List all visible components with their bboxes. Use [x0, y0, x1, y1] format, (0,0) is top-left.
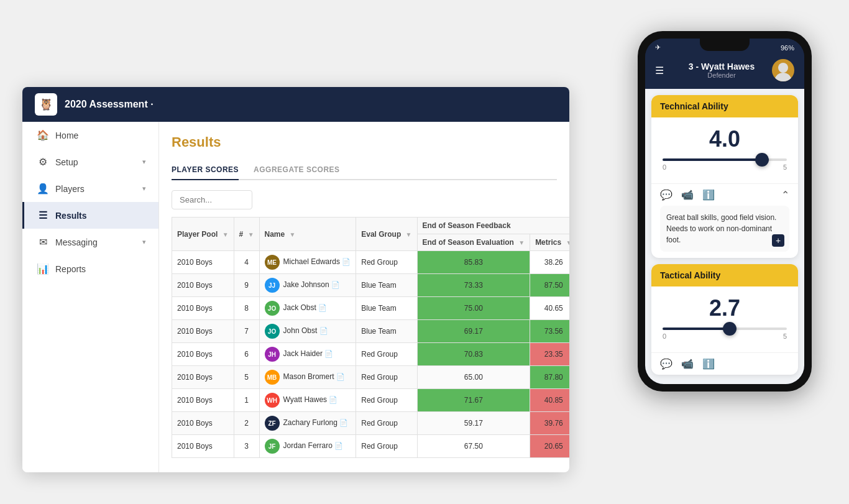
- skill-card-tactical: Tactical Ability 2.7 0 5: [651, 264, 798, 375]
- skill-score: 2.7: [660, 295, 789, 321]
- slider-technical[interactable]: 0 5: [663, 158, 787, 171]
- filter-icon[interactable]: ▼: [290, 231, 296, 238]
- table-row: 2010 Boys1WHWyatt Hawes 📄Red Group71.674…: [172, 389, 570, 412]
- app-header: 🦉 2020 Assessment ·: [22, 87, 569, 122]
- app-body: 🏠 Home ⚙ Setup ▾ 👤 Players ▾ ☰ Results ✉…: [22, 122, 569, 472]
- sidebar-item-label: Home: [55, 131, 78, 140]
- player-info: 3 - Wyatt Hawes Defender: [671, 62, 772, 79]
- cell-metrics: 40.65: [530, 297, 569, 320]
- cell-name: JFJordan Ferraro 📄: [259, 435, 356, 458]
- comment-icon[interactable]: 💬: [660, 189, 672, 201]
- sidebar-item-players[interactable]: 👤 Players ▾: [22, 175, 158, 202]
- document-icon[interactable]: 📄: [329, 396, 337, 403]
- app-container: 🦉 2020 Assessment · 🏠 Home ⚙ Setup ▾ 👤 P…: [22, 87, 569, 472]
- cell-num: 7: [234, 320, 259, 343]
- feedback-box: Great ball skills, good field vision. Ne…: [660, 206, 789, 252]
- cell-metrics: 23.35: [530, 343, 569, 366]
- document-icon[interactable]: 📄: [342, 258, 351, 265]
- filter-icon[interactable]: ▼: [518, 239, 525, 246]
- setup-icon: ⚙: [37, 156, 49, 168]
- cell-name: JHJack Haider 📄: [259, 343, 356, 366]
- sidebar-item-label: Reports: [55, 264, 86, 274]
- avatar: JO: [265, 301, 280, 316]
- cell-pool: 2010 Boys: [172, 366, 234, 389]
- filter-icon[interactable]: ▼: [248, 231, 254, 238]
- avatar: ME: [265, 255, 280, 270]
- cell-pool: 2010 Boys: [172, 389, 234, 412]
- avatar: JF: [265, 439, 280, 454]
- cell-end-eval: 73.33: [417, 274, 530, 297]
- cell-end-eval: 85.83: [417, 251, 530, 274]
- skill-card-header: Tactical Ability: [651, 264, 798, 286]
- search-row: [172, 190, 557, 209]
- cell-end-eval: 65.00: [417, 366, 530, 389]
- search-input[interactable]: [172, 190, 252, 209]
- document-icon[interactable]: 📄: [318, 304, 327, 311]
- table-row: 2010 Boys7JOJohn Obst 📄Blue Team69.1773.…: [172, 320, 570, 343]
- table-row: 2010 Boys4MEMichael Edwards 📄Red Group85…: [172, 251, 570, 274]
- video-icon[interactable]: 📹: [681, 358, 694, 370]
- cell-num: 8: [234, 297, 259, 320]
- cell-eval-group: Red Group: [356, 389, 417, 412]
- slider-thumb[interactable]: [755, 153, 769, 167]
- cell-eval-group: Red Group: [356, 343, 417, 366]
- results-table: Player Pool ▼ # ▼ Name ▼ Eval Group ▼ En…: [172, 217, 569, 458]
- cell-metrics: 87.80: [530, 366, 569, 389]
- slider-thumb[interactable]: [723, 322, 737, 336]
- slider-min: 0: [663, 163, 666, 171]
- tabs-row: PLAYER SCORES AGGREGATE SCORES: [172, 160, 557, 180]
- tab-player-scores[interactable]: PLAYER SCORES: [172, 160, 239, 180]
- cell-pool: 2010 Boys: [172, 435, 234, 458]
- tab-aggregate-scores[interactable]: AGGREGATE SCORES: [254, 160, 339, 180]
- video-icon[interactable]: 📹: [681, 189, 694, 201]
- document-icon[interactable]: 📄: [336, 373, 345, 380]
- filter-icon[interactable]: ▼: [406, 231, 412, 238]
- feedback-add-button[interactable]: +: [772, 234, 784, 247]
- table-row: 2010 Boys9JJJake Johnson 📄Blue Team73.33…: [172, 274, 570, 297]
- sidebar-item-messaging[interactable]: ✉ Messaging ▾: [22, 229, 158, 255]
- skill-card-body: 4.0 0 5: [651, 117, 798, 183]
- cell-end-eval: 70.83: [417, 343, 530, 366]
- slider-fill: [663, 158, 762, 161]
- cell-num: 6: [234, 343, 259, 366]
- player-name: 3 - Wyatt Hawes: [671, 62, 772, 71]
- menu-icon[interactable]: ☰: [655, 65, 664, 76]
- chevron-up-icon[interactable]: ⌃: [781, 189, 789, 201]
- cell-name: JOJack Obst 📄: [259, 297, 356, 320]
- cell-metrics: 73.56: [530, 320, 569, 343]
- filter-icon[interactable]: ▼: [223, 231, 229, 238]
- info-icon[interactable]: ℹ️: [702, 358, 715, 370]
- cell-pool: 2010 Boys: [172, 274, 234, 297]
- document-icon[interactable]: 📄: [324, 350, 333, 357]
- phone-content: Technical Ability 4.0 0 5: [645, 89, 804, 384]
- document-icon[interactable]: 📄: [334, 442, 343, 449]
- avatar: JH: [265, 347, 280, 362]
- sidebar-item-label: Results: [55, 211, 87, 221]
- svg-point-1: [774, 73, 792, 81]
- document-icon[interactable]: 📄: [339, 419, 348, 426]
- table-row: 2010 Boys8JOJack Obst 📄Blue Team75.0040.…: [172, 297, 570, 320]
- sidebar-item-reports[interactable]: 📊 Reports: [22, 255, 158, 282]
- document-icon[interactable]: 📄: [319, 327, 328, 334]
- cell-end-eval: 59.17: [417, 412, 530, 435]
- skill-actions-tactical: 💬 📹 ℹ️: [651, 352, 798, 375]
- reports-icon: 📊: [37, 263, 49, 275]
- slider-tactical[interactable]: 0 5: [663, 328, 787, 340]
- app-title: 2020 Assessment ·: [65, 99, 154, 110]
- cell-name: MBMason Bromert 📄: [259, 366, 356, 389]
- filter-icon[interactable]: ▼: [566, 239, 570, 246]
- players-icon: 👤: [37, 183, 49, 195]
- cell-name: WHWyatt Hawes 📄: [259, 389, 356, 412]
- sidebar-item-results[interactable]: ☰ Results: [22, 202, 158, 229]
- chevron-down-icon: ▾: [142, 238, 146, 246]
- info-icon[interactable]: ℹ️: [702, 189, 715, 201]
- document-icon[interactable]: 📄: [331, 281, 340, 288]
- avatar: JO: [265, 324, 280, 339]
- sidebar-item-setup[interactable]: ⚙ Setup ▾: [22, 149, 158, 175]
- cell-eval-group: Red Group: [356, 412, 417, 435]
- cell-name: JJJake Johnson 📄: [259, 274, 356, 297]
- sidebar-item-home[interactable]: 🏠 Home: [22, 122, 158, 149]
- comment-icon[interactable]: 💬: [660, 358, 672, 370]
- slider-max: 5: [783, 163, 787, 171]
- avatar: ZF: [265, 416, 280, 431]
